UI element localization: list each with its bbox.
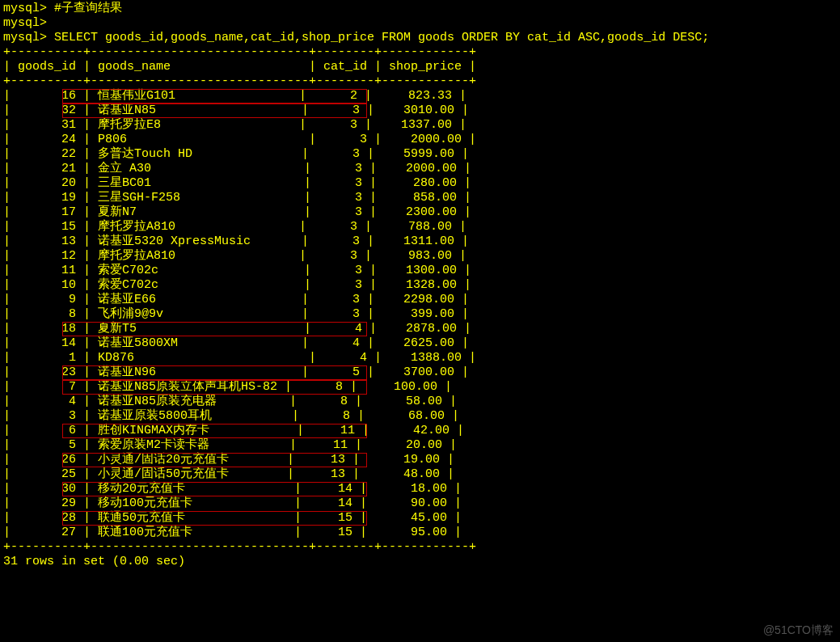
prompt-line[interactable]: mysql> #子查询结果 — [3, 2, 837, 16]
table-row: | 25 | 小灵通/固话50元充值卡 | 13 | 48.00 | — [3, 467, 837, 482]
table-row: | 15 | 摩托罗拉A810 | 3 | 788.00 | — [3, 220, 837, 234]
table-row: | 29 | 移动100元充值卡 | 14 | 90.00 | — [3, 496, 837, 511]
table-row: | 14 | 诺基亚5800XM | 4 | 2625.00 | — [3, 336, 837, 351]
table-row: | 6 | 胜创KINGMAX内存卡 | 11 | 42.00 | — [3, 424, 837, 438]
query-line[interactable]: mysql> SELECT goods_id,goods_name,cat_id… — [3, 31, 837, 45]
table-row: | 28 | 联通50元充值卡 | 15 | 45.00 | — [3, 511, 837, 526]
table-row: | 13 | 诺基亚5320 XpressMusic | 3 | 1311.00… — [3, 234, 837, 249]
table-row: | 1 | KD876 | 4 | 1388.00 | — [3, 351, 837, 365]
table-row: | 17 | 夏新N7 | 3 | 2300.00 | — [3, 205, 837, 220]
table-row: | 3 | 诺基亚原装5800耳机 | 8 | 68.00 | — [3, 409, 837, 424]
table-row: | 31 | 摩托罗拉E8 | 3 | 1337.00 | — [3, 118, 837, 133]
table-row: | 16 | 恒基伟业G101 | 2 | 823.33 | — [3, 89, 837, 103]
table-row: | 22 | 多普达Touch HD | 3 | 5999.00 | — [3, 147, 837, 162]
prompt-line[interactable]: mysql> — [3, 16, 837, 31]
table-row: | 27 | 联通100元充值卡 | 15 | 95.00 | — [3, 526, 837, 540]
table-row: | 8 | 飞利浦9@9v | 3 | 399.00 | — [3, 307, 837, 322]
result-footer: 31 rows in set (0.00 sec) — [3, 555, 837, 569]
table-row: | 10 | 索爱C702c | 3 | 1328.00 | — [3, 278, 837, 293]
table-row: | 9 | 诺基亚E66 | 3 | 2298.00 | — [3, 293, 837, 307]
table-row: | 5 | 索爱原装M2卡读卡器 | 11 | 20.00 | — [3, 438, 837, 453]
table-header: | goods_id | goods_name | cat_id | shop_… — [3, 60, 837, 74]
table-separator: +----------+----------------------------… — [3, 74, 837, 89]
table-row: | 23 | 诺基亚N96 | 5 | 3700.00 | — [3, 365, 837, 380]
table-row: | 11 | 索爱C702c | 3 | 1300.00 | — [3, 264, 837, 278]
table-row: | 32 | 诺基亚N85 | 3 | 3010.00 | — [3, 103, 837, 118]
table-row: | 30 | 移动20元充值卡 | 14 | 18.00 | — [3, 482, 837, 496]
table-separator: +----------+----------------------------… — [3, 540, 837, 555]
table-row: | 12 | 摩托罗拉A810 | 3 | 983.00 | — [3, 249, 837, 264]
table-row: | 24 | P806 | 3 | 2000.00 | — [3, 133, 837, 147]
table-row: | 7 | 诺基亚N85原装立体声耳机HS-82 | 8 | 100.00 | — [3, 380, 837, 395]
watermark-label: @51CTO博客 — [763, 623, 834, 637]
table-row: | 4 | 诺基亚N85原装充电器 | 8 | 58.00 | — [3, 395, 837, 409]
table-row: | 26 | 小灵通/固话20元充值卡 | 13 | 19.00 | — [3, 453, 837, 467]
table-row: | 20 | 三星BC01 | 3 | 280.00 | — [3, 176, 837, 191]
terminal-output: mysql> #子查询结果mysql> mysql> SELECT goods_… — [0, 0, 840, 571]
table-separator: +----------+----------------------------… — [3, 45, 837, 60]
table-row: | 21 | 金立 A30 | 3 | 2000.00 | — [3, 162, 837, 176]
table-row: | 19 | 三星SGH-F258 | 3 | 858.00 | — [3, 191, 837, 205]
table-row: | 18 | 夏新T5 | 4 | 2878.00 | — [3, 322, 837, 336]
